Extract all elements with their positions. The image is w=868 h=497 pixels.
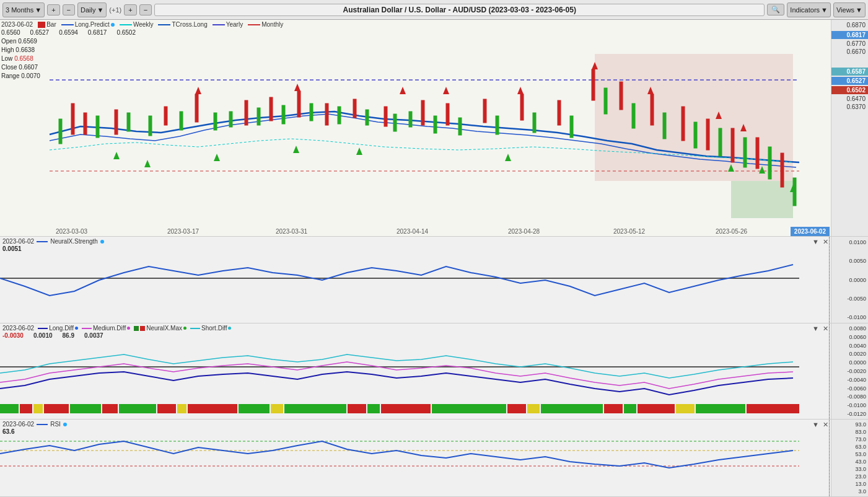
svg-rect-1 [595, 54, 793, 181]
sd-line [190, 328, 200, 329]
md-label: Medium.Diff [93, 325, 126, 332]
period-selector[interactable]: 3 Months ▼ [2, 2, 45, 17]
svg-rect-91 [119, 404, 156, 413]
ra-73: 73.0 [831, 436, 868, 442]
da-0020: 0.0020 [831, 351, 868, 357]
svg-rect-35 [229, 112, 232, 127]
zoom-minus-btn[interactable]: − [139, 4, 152, 15]
increment-minus-btn[interactable]: − [63, 4, 75, 15]
nxa-n0050: -0.0050 [831, 296, 868, 302]
svg-text:2023-04-28: 2023-04-28 [508, 228, 540, 235]
svg-rect-102 [507, 404, 526, 413]
svg-rect-52 [719, 128, 722, 156]
bar-icon [38, 22, 45, 28]
axis-6527-highlight: 0.6527 [831, 77, 868, 85]
svg-rect-54 [768, 147, 771, 179]
nmax-value: 86.9 [63, 332, 74, 339]
svg-rect-99 [367, 404, 380, 413]
bar-label: Bar [46, 21, 56, 28]
axis-6870: 0.6870 [831, 20, 868, 29]
diff-collapse-btn[interactable]: ▼ [812, 325, 819, 333]
main-price-chart[interactable]: 2023-06-02 Bar Long.Predict Weekly TCros… [0, 20, 868, 237]
svg-text:2023-05-12: 2023-05-12 [613, 228, 646, 235]
svg-rect-28 [781, 153, 784, 187]
tc-value: 0.6594 [59, 29, 78, 36]
sd-dot [228, 327, 231, 330]
indicators-label: Indicators [790, 6, 820, 14]
neuralx-value: 0.0051 [2, 245, 104, 252]
weekly-legend: Weekly [120, 21, 154, 28]
interval-selector[interactable]: Daily ▼ [77, 2, 107, 17]
axis-6817-highlight: 0.6817 [831, 31, 868, 39]
svg-text:2023-04-14: 2023-04-14 [397, 228, 429, 235]
indicators-dropdown-icon: ▼ [821, 6, 828, 14]
long-predict-line [61, 24, 74, 25]
increment-plus-btn[interactable]: + [47, 4, 59, 15]
md-value: 0.0010 [33, 332, 53, 339]
svg-rect-9 [195, 94, 198, 122]
neuralx-collapse-btn[interactable]: ▼ [812, 238, 819, 246]
indicators-selector[interactable]: Indicators ▼ [787, 2, 831, 17]
diff-values-row: -0.0030 0.0010 86.9 0.0037 [2, 332, 231, 339]
zoom-plus-btn[interactable]: + [124, 4, 136, 15]
rsi-close-btn[interactable]: ✕ [823, 421, 828, 429]
svg-rect-22 [620, 82, 623, 110]
svg-rect-47 [570, 116, 573, 138]
svg-rect-43 [434, 116, 437, 133]
diff-close-btn[interactable]: ✕ [823, 325, 828, 333]
chart-legend: 2023-06-02 Bar Long.Predict Weekly TCros… [1, 21, 283, 81]
rsi-chart-svg [0, 420, 799, 497]
svg-rect-36 [257, 108, 260, 125]
ra-43: 43.0 [831, 459, 868, 465]
ld-line [38, 328, 48, 329]
nmax-box [134, 326, 139, 331]
axis-6770: 0.6770 [831, 39, 868, 47]
svg-rect-89 [70, 404, 101, 413]
svg-rect-86 [20, 404, 32, 413]
svg-rect-33 [180, 112, 183, 130]
bar-legend: Bar [38, 21, 56, 28]
neuralx-title-row: 2023-06-02 NeuralX.Strength [2, 238, 104, 245]
sd-value: 0.0037 [84, 332, 103, 339]
views-selector[interactable]: Views ▼ [833, 2, 866, 17]
svg-rect-94 [188, 404, 237, 413]
axis-6370: 0.6370 [831, 102, 868, 110]
nmax-label: NeuralX.Max [146, 325, 182, 332]
diff-panel: 2023-06-02 Long.Diff Medium.Diff NeuralX… [0, 323, 868, 420]
svg-rect-6 [84, 113, 87, 134]
sd-label: Short.Diff [201, 325, 227, 332]
svg-rect-50 [663, 113, 666, 139]
svg-rect-24 [682, 107, 685, 141]
yr-value: 0.6817 [88, 29, 107, 36]
svg-rect-27 [756, 138, 759, 169]
long-predict-dot [111, 23, 115, 27]
rsi-line-icon [37, 424, 48, 425]
svg-rect-53 [743, 138, 747, 167]
svg-rect-34 [214, 113, 217, 130]
svg-rect-31 [127, 113, 130, 131]
svg-rect-44 [458, 118, 462, 135]
nxa-0100: 0.0100 [831, 239, 868, 245]
med-diff-legend: Medium.Diff [82, 325, 130, 332]
yearly-label: Yearly [226, 21, 243, 28]
ra-23: 23.0 [831, 473, 868, 480]
rsi-collapse-btn[interactable]: ▼ [812, 421, 819, 429]
svg-rect-48 [604, 88, 607, 114]
search-btn[interactable]: 🔍 [767, 4, 784, 15]
price-right-axis: 0.6870 0.6817 0.6770 0.6670 0.6587 0.652… [831, 20, 868, 236]
svg-rect-109 [696, 404, 745, 413]
neuralx-vline [829, 237, 830, 323]
svg-text:2023-03-17: 2023-03-17 [167, 228, 199, 235]
rsi-vline [829, 420, 830, 496]
svg-rect-16 [421, 100, 424, 125]
diff-date: 2023-06-02 [2, 325, 34, 332]
short-diff-legend: Short.Diff [190, 325, 232, 332]
svg-rect-7 [115, 110, 118, 134]
neuralx-line-icon [37, 241, 48, 242]
rsi-dot [63, 423, 67, 426]
tcross-legend: TCross.Long [158, 21, 207, 28]
long-predict-legend: Long.Predict [61, 21, 115, 28]
ra-53: 53.0 [831, 451, 868, 457]
svg-rect-93 [177, 404, 186, 413]
neuralx-close-btn[interactable]: ✕ [823, 238, 828, 246]
